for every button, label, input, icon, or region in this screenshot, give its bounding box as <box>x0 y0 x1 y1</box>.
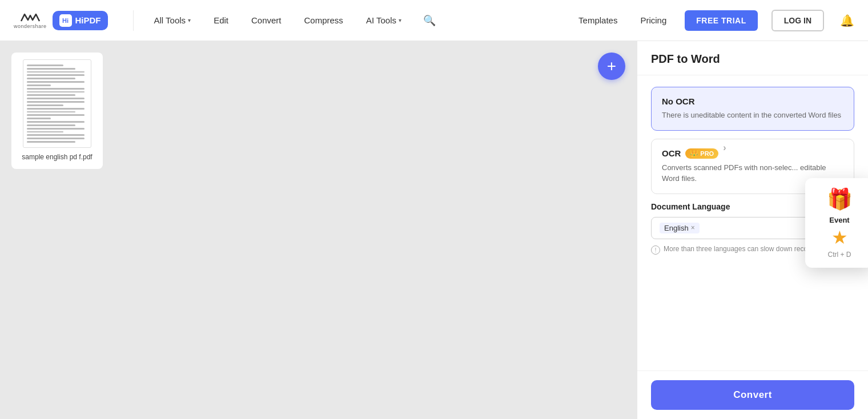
no-ocr-title: No OCR <box>662 96 843 106</box>
gift-icon: 🎁 <box>827 187 853 211</box>
wondershare-logo-icon <box>20 12 41 23</box>
hipdf-label: HiPDF <box>75 15 101 25</box>
no-ocr-card[interactable]: No OCR There is uneditable content in th… <box>651 87 854 131</box>
text-line <box>27 81 85 83</box>
arrow-right-icon: › <box>723 143 726 153</box>
content-area: + <box>0 41 637 419</box>
no-ocr-desc: There is uneditable content in the conve… <box>662 110 843 121</box>
nav-all-tools[interactable]: All Tools ▾ <box>150 12 196 29</box>
chevron-down-icon-ai: ▾ <box>399 17 401 23</box>
text-line <box>27 84 51 86</box>
tooltip-shortcut: Ctrl + D <box>827 251 851 259</box>
nav-edit[interactable]: Edit <box>209 12 233 29</box>
main-layout: + <box>0 41 868 419</box>
text-line <box>27 138 85 139</box>
text-line <box>27 65 63 66</box>
text-line <box>27 131 63 133</box>
bell-icon[interactable]: 🔔 <box>840 14 854 27</box>
text-line <box>27 88 85 90</box>
nav-templates[interactable]: Templates <box>574 12 622 29</box>
text-line <box>27 111 75 113</box>
text-line <box>27 74 85 76</box>
tooltip-event-label: Event <box>829 216 849 224</box>
text-line <box>27 91 85 93</box>
text-line <box>27 108 85 110</box>
info-icon: ! <box>651 245 660 255</box>
star-icon: ★ <box>831 227 848 248</box>
convert-btn-area: Convert <box>637 370 868 419</box>
right-panel: PDF to Word No OCR There is uneditable c… <box>637 41 868 419</box>
text-line <box>27 121 85 123</box>
chevron-down-icon: ▾ <box>188 17 191 23</box>
text-line <box>27 128 85 130</box>
nav-convert[interactable]: Convert <box>247 12 286 29</box>
navbar: wondershare Hi HiPDF All Tools ▾ Edit Co… <box>0 0 868 41</box>
crown-icon: 👑 <box>690 150 698 158</box>
hipdf-badge[interactable]: Hi HiPDF <box>53 11 108 30</box>
file-name: sample english pd f.pdf <box>22 152 92 162</box>
add-file-button[interactable]: + <box>598 53 625 80</box>
text-line <box>27 118 51 119</box>
lang-tag-english: English × <box>660 223 700 233</box>
file-card[interactable]: sample english pd f.pdf <box>11 53 103 169</box>
convert-button[interactable]: Convert <box>651 380 854 410</box>
login-button[interactable]: LOG IN <box>771 10 824 31</box>
pro-badge: 👑 PRO <box>685 148 718 159</box>
text-line <box>27 78 75 79</box>
text-line <box>27 134 85 136</box>
text-line <box>27 141 75 143</box>
nav-compress[interactable]: Compress <box>300 12 348 29</box>
free-trial-button[interactable]: FREE TRIAL <box>685 10 757 31</box>
hipdf-icon: Hi <box>59 14 72 27</box>
nav-ai-tools[interactable]: AI Tools ▾ <box>361 12 406 29</box>
nav-divider <box>133 10 134 31</box>
text-line <box>27 104 63 106</box>
floating-tooltip: 🎁 Event ★ Ctrl + D <box>805 178 868 268</box>
panel-title: PDF to Word <box>637 41 868 75</box>
text-line <box>27 124 75 126</box>
text-line <box>27 94 75 96</box>
ocr-title: OCR 👑 PRO › <box>662 148 843 159</box>
text-line <box>27 98 85 99</box>
file-preview <box>23 59 91 148</box>
nav-pricing[interactable]: Pricing <box>636 12 671 29</box>
close-icon[interactable]: × <box>691 224 695 232</box>
search-icon[interactable]: 🔍 <box>420 11 439 30</box>
text-line <box>27 71 85 73</box>
wondershare-logo: wondershare <box>14 12 47 29</box>
brand-text: wondershare <box>14 23 47 29</box>
logo-area: wondershare Hi HiPDF <box>14 11 108 30</box>
text-line <box>27 68 75 70</box>
text-line <box>27 114 85 116</box>
text-line <box>27 101 85 103</box>
